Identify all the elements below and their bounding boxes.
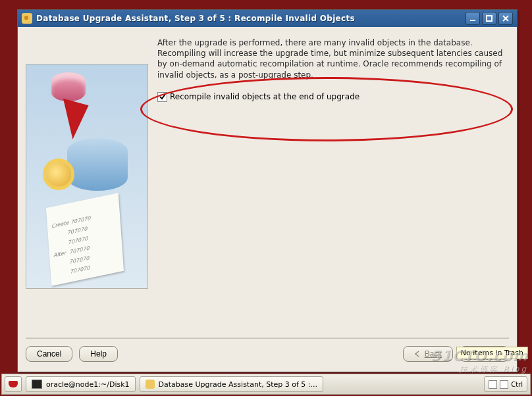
maximize-button[interactable]	[482, 12, 496, 25]
minimize-button[interactable]	[466, 12, 480, 25]
dbua-icon	[146, 380, 155, 389]
description-text: After the upgrade is performed, there ar…	[157, 37, 509, 80]
tray-box-icon	[489, 380, 497, 389]
close-button[interactable]	[498, 12, 513, 25]
taskbar: oracle@node1:~/Disk1 Database Upgrade As…	[1, 374, 531, 395]
recompile-checkbox[interactable]	[157, 92, 167, 102]
tray-box-icon	[500, 380, 508, 389]
redhat-icon	[9, 381, 18, 387]
tray-label: Ctrl	[511, 381, 523, 388]
recompile-option[interactable]: Recompile invalid objects at the end of …	[157, 92, 509, 102]
cancel-button[interactable]: Cancel	[26, 346, 72, 362]
content-area: After the upgrade is performed, there ar…	[26, 37, 509, 335]
titlebar[interactable]: Database Upgrade Assistant, Step 3 of 5 …	[18, 10, 517, 27]
trash-tooltip: No items in Trash	[456, 347, 528, 359]
window-title: Database Upgrade Assistant, Step 3 of 5 …	[36, 14, 466, 23]
task-dbua-label: Database Upgrade Assistant, Step 3 of 5 …	[159, 380, 317, 389]
annotation-ellipse	[140, 77, 513, 141]
app-icon	[22, 13, 32, 24]
button-bar: Cancel Help Back Next	[26, 344, 509, 364]
wizard-illustration	[26, 64, 148, 289]
window-buttons	[466, 12, 513, 25]
terminal-icon	[32, 380, 42, 389]
task-terminal[interactable]: oracle@node1:~/Disk1	[26, 376, 136, 392]
svg-rect-0	[487, 16, 492, 21]
recompile-label: Recompile invalid objects at the end of …	[170, 92, 359, 101]
system-tray[interactable]: Ctrl	[484, 376, 527, 392]
button-divider	[26, 337, 509, 339]
back-button[interactable]: Back	[403, 346, 454, 362]
task-terminal-label: oracle@node1:~/Disk1	[46, 380, 130, 389]
task-dbua[interactable]: Database Upgrade Assistant, Step 3 of 5 …	[140, 376, 323, 392]
dbua-window: Database Upgrade Assistant, Step 3 of 5 …	[17, 9, 518, 372]
chevron-left-icon	[414, 351, 421, 357]
redhat-menu-button[interactable]	[5, 376, 22, 392]
main-pane: After the upgrade is performed, there ar…	[157, 37, 509, 335]
help-button[interactable]: Help	[79, 346, 118, 362]
